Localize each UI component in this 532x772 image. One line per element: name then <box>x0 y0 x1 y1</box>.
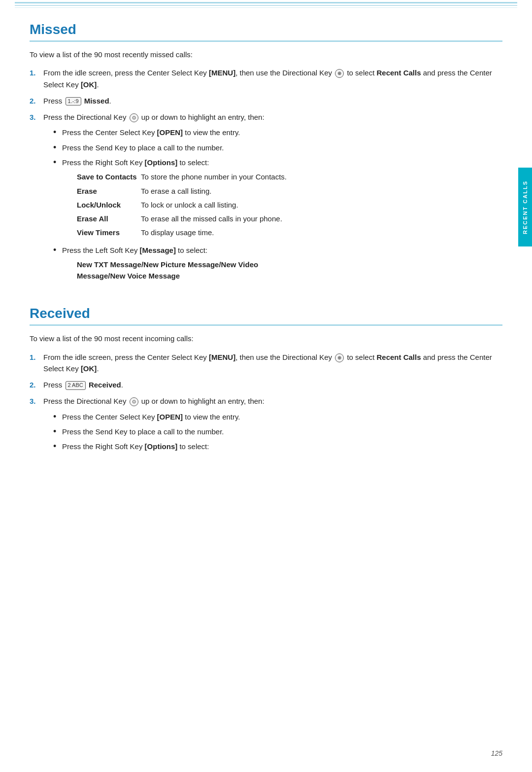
key-icon-2: 2 ABC <box>66 381 86 389</box>
received-step-1-num: 1. <box>30 351 41 363</box>
missed-step-2: 2. Press 1.-:9 Missed. <box>30 95 502 106</box>
main-content: Missed To view a list of the 90 most rec… <box>0 11 532 481</box>
received-step-2: 2. Press 2 ABC Received. <box>30 379 502 390</box>
received-step-2-content: Press 2 ABC Received. <box>43 379 502 390</box>
option-lockunlock-key: Lock/Unlock <box>77 199 141 211</box>
options-table: Save to Contacts To store the phone numb… <box>77 171 502 238</box>
dir-key-icon-3: ⊕ <box>335 353 344 362</box>
option-viewtimers: View Timers To display usage time. <box>77 227 502 238</box>
bullet-send: • Press the Send Key to place a call to … <box>53 142 502 153</box>
received-step-1: 1. From the idle screen, press the Cente… <box>30 351 502 375</box>
missed-step-2-content: Press 1.-:9 Missed. <box>43 95 502 106</box>
received-bullet-open: • Press the Center Select Key [OPEN] to … <box>53 411 502 422</box>
missed-step-3: 3. Press the Directional Key ⊙ up or dow… <box>30 111 502 285</box>
received-bullet-send: • Press the Send Key to place a call to … <box>53 426 502 437</box>
bullet-open: • Press the Center Select Key [OPEN] to … <box>53 127 502 138</box>
option-save-key: Save to Contacts <box>77 171 141 182</box>
missed-intro: To view a list of the 90 most recently m… <box>30 49 502 60</box>
received-bullet-open-text: Press the Center Select Key [OPEN] to vi… <box>62 411 502 422</box>
received-step-3-content: Press the Directional Key ⊙ up or down t… <box>43 395 502 456</box>
top-line-2 <box>15 5 517 6</box>
option-erase: Erase To erase a call listing. <box>77 185 502 197</box>
option-lockunlock: Lock/Unlock To lock or unlock a call lis… <box>77 199 502 211</box>
option-viewtimers-val: To display usage time. <box>141 227 214 238</box>
missed-step-3-content: Press the Directional Key ⊙ up or down t… <box>43 111 502 285</box>
bullet-options-text: Press the Right Soft Key [Options] to se… <box>62 157 502 241</box>
received-step-3-num: 3. <box>30 395 41 407</box>
option-lockunlock-val: To lock or unlock a call listing. <box>141 199 238 211</box>
bullet-message-text: Press the Left Soft Key [Message] to sel… <box>62 245 502 282</box>
key-icon-1: 1.-:9 <box>66 97 81 105</box>
received-step-3: 3. Press the Directional Key ⊙ up or dow… <box>30 395 502 456</box>
top-line-3 <box>15 7 517 8</box>
bullet-message: • Press the Left Soft Key [Message] to s… <box>53 245 502 282</box>
top-line-1 <box>15 2 517 3</box>
option-viewtimers-key: View Timers <box>77 227 141 238</box>
section-title-received: Received <box>30 304 502 323</box>
received-intro: To view a list of the 90 most recent inc… <box>30 333 502 344</box>
bullet-options: • Press the Right Soft Key [Options] to … <box>53 157 502 241</box>
received-step-1-content: From the idle screen, press the Center S… <box>43 351 502 375</box>
section-gap <box>30 290 502 304</box>
missed-step-3-num: 3. <box>30 111 41 123</box>
option-erase-val: To erase a call listing. <box>141 185 211 197</box>
dir-key-icon-2: ⊙ <box>130 113 138 122</box>
section-missed: Missed To view a list of the 90 most rec… <box>30 20 502 285</box>
section-title-missed: Missed <box>30 20 502 39</box>
received-step-3-bullets: • Press the Center Select Key [OPEN] to … <box>43 411 502 453</box>
option-eraseall-val: To erase all the missed calls in your ph… <box>141 213 282 224</box>
dir-key-icon-4: ⊙ <box>130 397 138 406</box>
option-save-val: To store the phone number in your Contac… <box>141 171 287 182</box>
missed-step-1-num: 1. <box>30 67 41 78</box>
bullet-open-text: Press the Center Select Key [OPEN] to vi… <box>62 127 502 138</box>
section-divider-received <box>30 324 502 326</box>
top-decorative-lines <box>0 0 532 11</box>
option-save: Save to Contacts To store the phone numb… <box>77 171 502 182</box>
option-eraseall: Erase All To erase all the missed calls … <box>77 213 502 224</box>
received-bullet-send-text: Press the Send Key to place a call to th… <box>62 426 502 437</box>
section-divider-missed <box>30 40 502 42</box>
page-wrapper: RECENT CALLS Missed To view a list of th… <box>0 0 532 772</box>
received-step-2-num: 2. <box>30 379 41 390</box>
message-block: New TXT Message/New Picture Message/New … <box>77 259 502 282</box>
option-eraseall-key: Erase All <box>77 213 141 224</box>
missed-step-1-content: From the idle screen, press the Center S… <box>43 67 502 90</box>
bullet-send-text: Press the Send Key to place a call to th… <box>62 142 502 153</box>
missed-step-3-bullets: • Press the Center Select Key [OPEN] to … <box>43 127 502 281</box>
missed-step-1: 1. From the idle screen, press the Cente… <box>30 67 502 90</box>
section-received: Received To view a list of the 90 most r… <box>30 304 502 456</box>
dir-key-icon-1: ⊕ <box>335 69 344 78</box>
missed-step-2-num: 2. <box>30 95 41 106</box>
option-erase-key: Erase <box>77 185 141 197</box>
received-bullet-options-text: Press the Right Soft Key [Options] to se… <box>62 441 502 452</box>
page-number: 125 <box>491 749 502 757</box>
received-bullet-options: • Press the Right Soft Key [Options] to … <box>53 441 502 452</box>
